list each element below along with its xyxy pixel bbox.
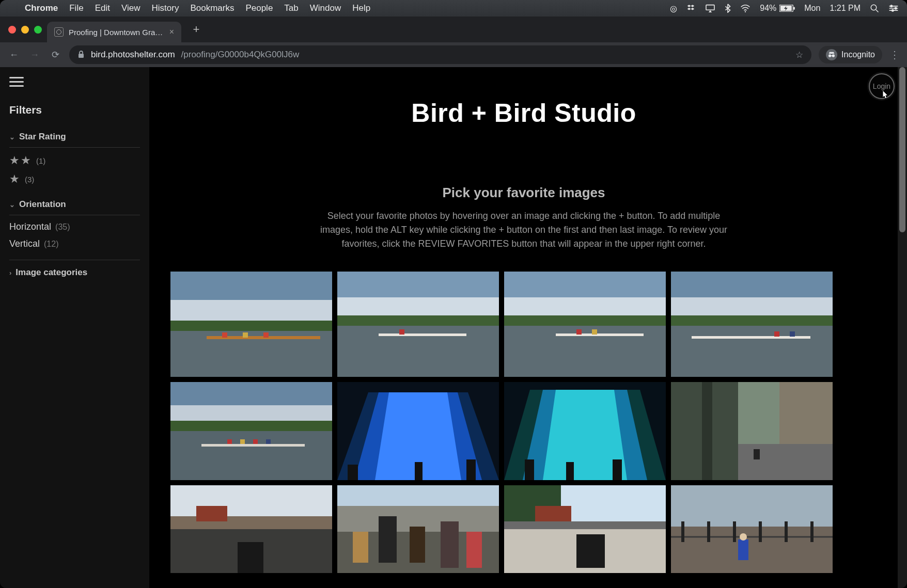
gallery-thumbnail[interactable] <box>671 382 833 480</box>
svg-rect-44 <box>790 331 795 337</box>
svg-rect-101 <box>810 521 814 542</box>
menubar-clock[interactable]: 1:21 PM <box>830 4 861 13</box>
url-path: /proofing/G0000b4QkG00lJ6w <box>181 50 300 60</box>
wifi-icon[interactable] <box>740 4 750 12</box>
window-controls[interactable] <box>5 26 47 34</box>
svg-rect-26 <box>337 297 499 315</box>
bluetooth-icon[interactable] <box>725 4 731 13</box>
tab-close-icon[interactable]: × <box>169 27 174 37</box>
window-close-icon[interactable] <box>8 26 16 34</box>
svg-rect-36 <box>576 329 582 335</box>
address-bar[interactable]: bird.photoshelter.com/proofing/G0000b4Qk… <box>69 45 811 64</box>
svg-rect-41 <box>671 326 833 377</box>
record-icon[interactable]: ◎ <box>670 4 677 13</box>
back-button[interactable]: ← <box>7 50 21 60</box>
svg-rect-70 <box>779 382 833 444</box>
filter-group-orientation: Orientation Horizontal (35) Vertical (12… <box>9 199 140 249</box>
svg-rect-32 <box>504 297 666 315</box>
svg-point-14 <box>828 54 831 57</box>
svg-rect-94 <box>671 527 833 573</box>
menu-people[interactable]: People <box>245 3 273 13</box>
svg-rect-50 <box>227 439 232 444</box>
page-heading: Pick your favorite images <box>150 185 898 201</box>
new-tab-button[interactable]: + <box>187 21 205 38</box>
window-zoom-icon[interactable] <box>34 26 42 34</box>
menubar-day[interactable]: Mon <box>804 4 820 13</box>
incognito-badge[interactable]: Incognito <box>819 46 882 63</box>
filter-label: Star Rating <box>19 132 66 142</box>
gallery-thumbnail[interactable] <box>170 485 332 573</box>
menubar-app-name[interactable]: Chrome <box>25 3 58 13</box>
gallery-thumbnail[interactable] <box>337 382 499 480</box>
svg-rect-0 <box>706 5 714 10</box>
star-icon: ★ <box>9 172 21 186</box>
vertical-scrollbar[interactable] <box>898 67 907 588</box>
svg-rect-13 <box>79 54 84 58</box>
filter-option-2-stars[interactable]: ★★ (1) <box>9 154 140 167</box>
filter-label: Orientation <box>19 199 66 210</box>
svg-rect-92 <box>535 506 571 521</box>
menu-file[interactable]: File <box>69 3 83 13</box>
svg-rect-3 <box>794 7 795 9</box>
hamburger-icon[interactable] <box>9 77 24 88</box>
svg-point-11 <box>895 7 897 9</box>
filters-heading: Filters <box>9 104 140 116</box>
main-content: Login Bird + Bird Studio Pick your favor… <box>150 67 907 588</box>
svg-line-6 <box>876 10 879 12</box>
gallery-thumbnail[interactable] <box>671 272 833 377</box>
spotlight-icon[interactable] <box>870 4 879 13</box>
filter-option-vertical[interactable]: Vertical (12) <box>9 239 140 249</box>
svg-point-103 <box>740 533 747 541</box>
dropbox-icon[interactable] <box>686 4 696 13</box>
svg-point-15 <box>832 54 835 57</box>
scrollbar-thumb[interactable] <box>899 67 905 232</box>
airplay-icon[interactable] <box>705 4 715 12</box>
svg-rect-66 <box>566 462 574 480</box>
menu-view[interactable]: View <box>121 3 140 13</box>
svg-rect-82 <box>353 532 368 563</box>
gallery-thumbnail[interactable] <box>337 272 499 377</box>
gallery-thumbnail[interactable] <box>671 485 833 573</box>
svg-rect-29 <box>379 333 466 336</box>
filter-header-orientation[interactable]: Orientation <box>9 199 140 215</box>
filter-count: (1) <box>36 156 45 165</box>
svg-rect-102 <box>738 539 748 560</box>
tab-favicon-icon <box>54 27 64 37</box>
svg-rect-67 <box>613 459 622 480</box>
bookmark-star-icon[interactable]: ☆ <box>795 50 803 60</box>
gallery-thumbnail[interactable] <box>504 382 666 480</box>
gallery-thumbnail[interactable] <box>504 272 666 377</box>
page-instructions: Select your favorite photos by hovering … <box>315 209 733 251</box>
menu-edit[interactable]: Edit <box>95 3 110 13</box>
gallery-thumbnail[interactable] <box>504 485 666 573</box>
menu-bookmarks[interactable]: Bookmarks <box>190 3 234 13</box>
window-minimize-icon[interactable] <box>21 26 29 34</box>
filter-option-horizontal[interactable]: Horizontal (35) <box>9 221 140 232</box>
svg-rect-83 <box>379 516 397 563</box>
filter-header-star-rating[interactable]: Star Rating <box>9 132 140 148</box>
svg-rect-100 <box>785 521 788 542</box>
menu-help[interactable]: Help <box>352 3 370 13</box>
menu-window[interactable]: Window <box>310 3 341 13</box>
gallery-thumbnail[interactable] <box>170 272 332 377</box>
filter-group-star-rating: Star Rating ★★ (1) ★ (3) <box>9 132 140 186</box>
filter-option-1-star[interactable]: ★ (3) <box>9 172 140 186</box>
menu-tab[interactable]: Tab <box>284 3 298 13</box>
forward-button[interactable]: → <box>28 50 41 60</box>
control-center-icon[interactable] <box>888 4 899 12</box>
battery-icon[interactable]: 94% <box>760 4 795 13</box>
macos-menubar: Chrome File Edit View History Bookmarks … <box>0 0 907 17</box>
star-icon: ★★ <box>9 154 32 167</box>
gallery-thumbnail[interactable] <box>170 382 332 480</box>
gallery-thumbnail[interactable] <box>337 485 499 573</box>
svg-rect-93 <box>671 485 833 532</box>
chrome-menu-icon[interactable]: ⋮ <box>889 49 900 61</box>
filter-header-image-categories[interactable]: Image categories <box>9 260 140 278</box>
svg-rect-53 <box>266 439 271 444</box>
reload-button[interactable]: ⟳ <box>49 49 62 60</box>
menu-history[interactable]: History <box>151 3 179 13</box>
svg-rect-96 <box>681 521 684 542</box>
svg-rect-58 <box>348 465 358 480</box>
browser-tab[interactable]: Proofing | Downtown Grand Ra... × <box>47 22 181 42</box>
svg-rect-52 <box>253 439 258 444</box>
